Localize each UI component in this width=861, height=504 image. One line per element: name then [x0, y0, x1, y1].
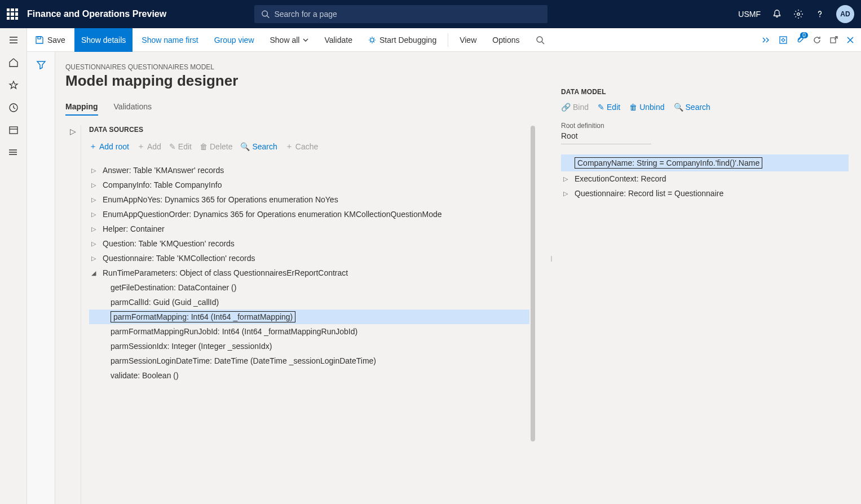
app-title: Finance and Operations Preview [27, 9, 166, 19]
group-view-button[interactable]: Group view [207, 28, 261, 52]
svg-point-2 [797, 13, 800, 15]
left-rail [0, 28, 27, 52]
flow-icon[interactable] [762, 36, 771, 45]
view-menu[interactable]: View [453, 28, 483, 52]
svg-line-7 [542, 42, 544, 44]
debug-icon [368, 36, 376, 44]
attachments-badge: 0 [800, 32, 808, 38]
show-all-dropdown[interactable]: Show all [263, 28, 316, 52]
hamburger-icon[interactable] [8, 35, 19, 45]
close-icon[interactable] [846, 36, 854, 44]
help-icon[interactable] [815, 9, 825, 19]
divider [448, 33, 448, 47]
show-name-first-button[interactable]: Show name first [135, 28, 205, 52]
popout-icon[interactable] [829, 36, 838, 45]
actionbar-search[interactable] [529, 28, 551, 52]
global-search-input[interactable] [274, 10, 541, 19]
view-label: View [460, 36, 476, 45]
avatar[interactable]: AD [836, 5, 854, 23]
company-badge[interactable]: USMF [738, 10, 761, 19]
validate-label: Validate [324, 36, 352, 45]
options-label: Options [492, 36, 519, 45]
actionbar-right: 0 [762, 36, 854, 45]
chevron-down-icon [303, 37, 308, 43]
show-all-label: Show all [270, 36, 300, 45]
group-view-label: Group view [214, 36, 254, 45]
start-debugging-label: Start Debugging [379, 36, 436, 45]
options-menu[interactable]: Options [485, 28, 526, 52]
start-debugging-button[interactable]: Start Debugging [361, 28, 443, 52]
show-details-label: Show details [81, 36, 126, 45]
svg-line-1 [267, 16, 270, 18]
svg-point-6 [537, 37, 542, 42]
gear-icon[interactable] [793, 9, 803, 19]
show-details-button[interactable]: Show details [74, 28, 133, 52]
app-launcher-icon[interactable] [7, 8, 18, 20]
show-name-first-label: Show name first [142, 36, 198, 45]
svg-point-3 [819, 16, 820, 17]
search-icon [536, 36, 545, 45]
search-icon [261, 10, 270, 19]
topbar-right: USMF AD [738, 5, 854, 23]
attachments-icon[interactable]: 0 [796, 36, 805, 45]
svg-point-0 [262, 11, 268, 16]
validate-button[interactable]: Validate [317, 28, 359, 52]
svg-point-5 [370, 38, 374, 42]
save-label: Save [47, 36, 65, 45]
actionbar: Save Show details Show name first Group … [0, 28, 861, 52]
svg-rect-9 [831, 38, 836, 43]
svg-rect-8 [780, 37, 787, 43]
global-search[interactable] [254, 5, 547, 23]
office-icon[interactable] [779, 36, 788, 45]
save-button[interactable]: Save [28, 28, 72, 52]
svg-rect-4 [38, 37, 41, 39]
topbar: Finance and Operations Preview USMF AD [0, 0, 861, 28]
refresh-icon[interactable] [813, 36, 822, 45]
bell-icon[interactable] [772, 9, 782, 19]
save-icon [35, 36, 44, 45]
